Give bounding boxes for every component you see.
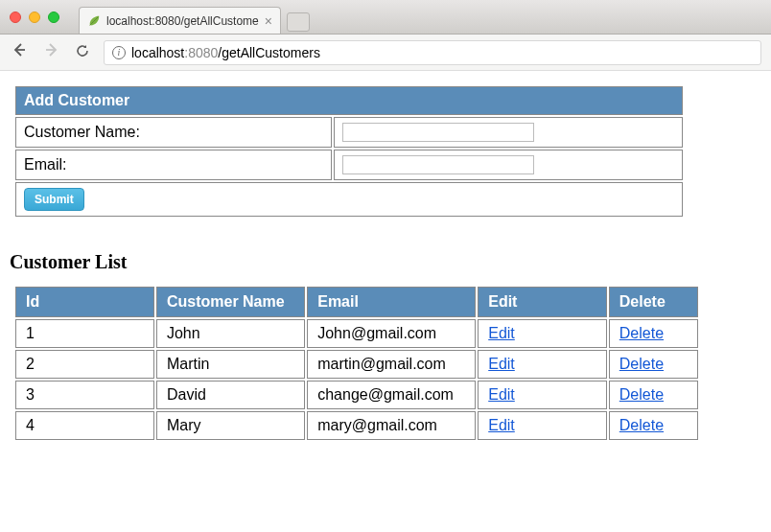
form-cell-customer-name-input xyxy=(334,117,683,148)
form-header: Add Customer xyxy=(15,86,683,115)
delete-link[interactable]: Delete xyxy=(619,417,664,433)
address-bar: i localhost:8080/getAllCustomers xyxy=(0,35,771,71)
table-row: 1JohnJohn@gmail.comEditDelete xyxy=(15,319,698,348)
add-customer-form: Add Customer Customer Name: Email: Submi… xyxy=(13,84,685,219)
cell-id: 2 xyxy=(15,350,154,379)
cell-edit: Edit xyxy=(478,381,607,409)
table-row: 3Davidchange@gmail.comEditDelete xyxy=(15,381,698,409)
form-label-customer-name: Customer Name: xyxy=(15,117,332,148)
cell-email: mary@gmail.com xyxy=(307,411,476,440)
form-row-email: Email: xyxy=(15,150,683,180)
cell-delete: Delete xyxy=(609,319,698,348)
submit-button[interactable]: Submit xyxy=(24,188,84,211)
site-info-icon[interactable]: i xyxy=(112,46,126,59)
reload-button[interactable] xyxy=(75,43,90,62)
edit-link[interactable]: Edit xyxy=(488,386,515,403)
browser-tab-active[interactable]: localhost:8080/getAllCustome × xyxy=(79,7,281,34)
traffic-lights xyxy=(10,12,59,23)
url-host: localhost xyxy=(131,45,184,60)
cell-email: change@gmail.com xyxy=(307,381,476,409)
col-header-email: Email xyxy=(307,287,476,317)
url-text: localhost:8080/getAllCustomers xyxy=(131,45,320,60)
table-header-row: Id Customer Name Email Edit Delete xyxy=(15,287,698,317)
email-input[interactable] xyxy=(342,155,534,174)
cell-delete: Delete xyxy=(609,350,698,379)
cell-email: John@gmail.com xyxy=(307,319,476,348)
edit-link[interactable]: Edit xyxy=(488,356,515,372)
maximize-window-button[interactable] xyxy=(48,12,59,23)
cell-name: David xyxy=(156,381,305,409)
edit-link[interactable]: Edit xyxy=(488,417,515,433)
url-input[interactable]: i localhost:8080/getAllCustomers xyxy=(104,40,761,65)
cell-id: 1 xyxy=(15,319,154,348)
url-port: :8080 xyxy=(184,45,218,60)
close-window-button[interactable] xyxy=(10,12,21,23)
window-titlebar: localhost:8080/getAllCustome × xyxy=(0,0,771,35)
form-cell-email-input xyxy=(334,150,683,180)
back-button[interactable] xyxy=(10,40,29,64)
cell-edit: Edit xyxy=(478,350,607,379)
tab-close-icon[interactable]: × xyxy=(265,14,272,28)
arrow-right-icon xyxy=(44,42,59,58)
cell-delete: Delete xyxy=(609,411,698,440)
cell-name: Martin xyxy=(156,350,305,379)
arrow-left-icon xyxy=(12,42,27,58)
form-submit-cell: Submit xyxy=(15,182,683,217)
edit-link[interactable]: Edit xyxy=(488,325,515,341)
col-header-delete: Delete xyxy=(609,287,698,317)
col-header-id: Id xyxy=(15,287,154,317)
tab-strip: localhost:8080/getAllCustome × xyxy=(79,0,310,34)
url-path: /getAllCustomers xyxy=(218,45,320,60)
table-row: 2Martinmartin@gmail.comEditDelete xyxy=(15,350,698,379)
form-label-email: Email: xyxy=(15,150,332,180)
cell-name: Mary xyxy=(156,411,305,440)
customer-list-table: Id Customer Name Email Edit Delete 1John… xyxy=(13,285,700,442)
minimize-window-button[interactable] xyxy=(29,12,40,23)
cell-id: 4 xyxy=(15,411,154,440)
table-row: 4Marymary@gmail.comEditDelete xyxy=(15,411,698,440)
col-header-name: Customer Name xyxy=(156,287,305,317)
cell-edit: Edit xyxy=(478,411,607,440)
customer-list-heading: Customer List xyxy=(10,251,763,273)
cell-email: martin@gmail.com xyxy=(307,350,476,379)
forward-button[interactable] xyxy=(42,40,61,64)
delete-link[interactable]: Delete xyxy=(619,386,664,403)
delete-link[interactable]: Delete xyxy=(619,356,664,372)
leaf-favicon-icon xyxy=(87,14,101,28)
col-header-edit: Edit xyxy=(478,287,607,317)
customer-name-input[interactable] xyxy=(342,123,534,142)
new-tab-button[interactable] xyxy=(287,12,310,32)
cell-edit: Edit xyxy=(478,319,607,348)
cell-name: John xyxy=(156,319,305,348)
reload-icon xyxy=(75,43,90,58)
cell-delete: Delete xyxy=(609,381,698,409)
page-content: Add Customer Customer Name: Email: Submi… xyxy=(0,71,771,450)
form-row-customer-name: Customer Name: xyxy=(15,117,683,148)
tab-title: localhost:8080/getAllCustome xyxy=(106,14,259,28)
delete-link[interactable]: Delete xyxy=(619,325,664,341)
cell-id: 3 xyxy=(15,381,154,409)
